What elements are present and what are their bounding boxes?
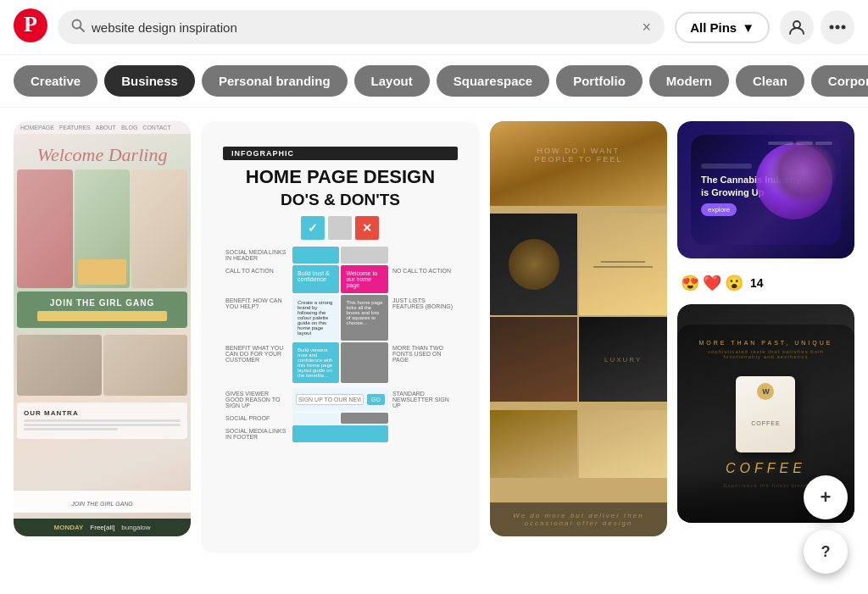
- profile-button[interactable]: [780, 10, 814, 44]
- search-bar: ×: [58, 10, 665, 44]
- filter-chip-layout[interactable]: Layout: [354, 65, 430, 97]
- infographic-title: HOME PAGE DESIGN: [223, 167, 458, 187]
- search-icon: [71, 19, 85, 36]
- header: P × All Pins ▼: [0, 0, 868, 55]
- svg-line-3: [81, 28, 85, 32]
- emoji-heart-eyes: 😍: [681, 274, 699, 292]
- masonry-col-3: HOW DO I WANT PEOPLE TO FEEL: [490, 121, 667, 536]
- svg-point-6: [836, 25, 840, 30]
- masonry-col-1: HOMEPAGEFEATURESABOUTBLOGCONTACT Welcome…: [14, 121, 191, 536]
- header-icons: [780, 10, 854, 44]
- pin-moodboard[interactable]: HOW DO I WANT PEOPLE TO FEEL: [490, 121, 667, 536]
- help-fab-button[interactable]: ?: [804, 530, 848, 567]
- svg-text:P: P: [24, 12, 37, 36]
- svg-point-5: [830, 25, 834, 30]
- filter-bar: Creative Business Personal branding Layo…: [0, 55, 868, 108]
- emoji-red-heart: ❤️: [703, 274, 721, 292]
- add-fab-button[interactable]: +: [804, 475, 848, 519]
- reaction-count: 14: [750, 276, 764, 290]
- pin-cannabis-website[interactable]: The Cannabis Industry is Growing Up expl…: [677, 121, 854, 258]
- emoji-astonished: 😮: [725, 274, 743, 292]
- filter-chip-modern[interactable]: Modern: [649, 65, 729, 97]
- svg-point-7: [842, 25, 846, 30]
- main-content: HOMEPAGEFEATURESABOUTBLOGCONTACT Welcome…: [0, 108, 868, 567]
- filter-chip-personal-branding[interactable]: Personal branding: [202, 65, 348, 97]
- more-options-button[interactable]: [821, 10, 854, 44]
- fab-container: + ?: [804, 475, 848, 567]
- all-pins-label: All Pins: [690, 20, 737, 35]
- masonry-col-2: INFOGRAPHIC HOME PAGE DESIGN DO'S & DON'…: [201, 121, 480, 553]
- filter-chip-portfolio[interactable]: Portfolio: [556, 65, 643, 97]
- filter-chip-clean[interactable]: Clean: [736, 65, 804, 97]
- masonry-col-4: The Cannabis Industry is Growing Up expl…: [677, 121, 854, 523]
- reaction-row: 😍 ❤️ 😮 14: [677, 269, 854, 294]
- filter-chip-creative[interactable]: Creative: [14, 65, 97, 97]
- coffee-tagline: MORE THAN PAST, UNIQUE: [699, 340, 833, 346]
- chevron-down-icon: ▼: [742, 20, 754, 35]
- svg-point-4: [793, 21, 800, 28]
- search-input[interactable]: [92, 20, 636, 35]
- filter-chip-business[interactable]: Business: [104, 65, 195, 97]
- pin-infographic[interactable]: INFOGRAPHIC HOME PAGE DESIGN DO'S & DON'…: [201, 121, 480, 553]
- infographic-subtitle: DO'S & DON'TS: [223, 191, 458, 209]
- pinterest-logo[interactable]: P: [14, 8, 47, 46]
- filter-chip-corporate[interactable]: Corporate: [811, 65, 868, 97]
- masonry-grid: HOMEPAGEFEATURESABOUTBLOGCONTACT Welcome…: [14, 121, 854, 553]
- all-pins-button[interactable]: All Pins ▼: [675, 12, 770, 43]
- pin-girl-gang[interactable]: HOMEPAGEFEATURESABOUTBLOGCONTACT Welcome…: [14, 121, 191, 536]
- infographic-tag: INFOGRAPHIC: [223, 147, 458, 160]
- coffee-bag: W COFFEE: [736, 376, 795, 452]
- filter-chip-squarespace[interactable]: Squarespace: [437, 65, 549, 97]
- clear-search-button[interactable]: ×: [643, 19, 652, 35]
